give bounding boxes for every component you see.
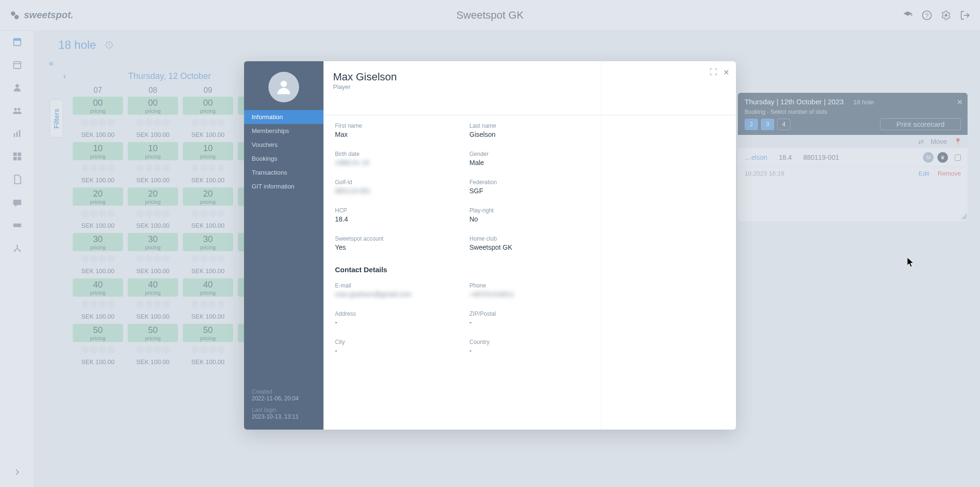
modal-content: First nameMax Last nameGiselson Birth da… [323, 61, 601, 430]
avatar [268, 72, 299, 102]
birth-label: Birth date [335, 151, 455, 157]
fed-label: Federation [469, 179, 590, 186]
avatar-icon [274, 77, 293, 97]
modal-nav-information[interactable]: Information [244, 110, 323, 124]
fed-value: SGF [469, 187, 590, 195]
birth-value: 1988-01-19 [335, 159, 455, 166]
gender-value: Male [469, 159, 590, 166]
modal-sidebar: InformationMembershipsVouchersBookingsTr… [244, 61, 323, 430]
phone-value: +46701418011 [469, 290, 590, 298]
email-label: E-mail [335, 282, 455, 289]
modal-nav-git-information[interactable]: GIT information [244, 179, 323, 193]
club-label: Home club [469, 235, 590, 242]
created-label: Created [252, 388, 316, 395]
golfid-label: Golf-Id [335, 179, 455, 186]
play-value: No [469, 215, 590, 223]
modal-nav-transactions[interactable]: Transactions [244, 166, 323, 179]
expand-modal-icon[interactable]: ⛶ [710, 68, 717, 77]
last-name-label: Last name [469, 122, 590, 129]
city-value: - [335, 347, 455, 354]
first-name-value: Max [335, 131, 455, 138]
first-name-label: First name [335, 122, 455, 129]
contact-section-title: Contact Details [335, 266, 590, 274]
acct-label: Sweetspot account [335, 235, 455, 242]
hcp-label: HCP [335, 207, 455, 214]
login-label: Last login [252, 407, 316, 413]
addr-value: - [335, 319, 455, 326]
play-label: Play-right [469, 207, 590, 214]
golfid-value: 880119-001 [335, 187, 455, 195]
email-value: max.giselson@gmail.com [335, 290, 455, 298]
country-value: - [469, 347, 590, 354]
last-name-value: Giselson [469, 131, 590, 138]
modal-nav-bookings[interactable]: Bookings [244, 152, 323, 166]
acct-value: Yes [335, 244, 455, 251]
modal-right-pane [601, 61, 735, 430]
player-name: Max Giselson [333, 71, 397, 83]
player-modal: InformationMembershipsVouchersBookingsTr… [244, 61, 736, 430]
modal-nav-memberships[interactable]: Memberships [244, 124, 323, 138]
city-label: City [335, 339, 455, 345]
phone-label: Phone [469, 282, 590, 289]
club-value: Sweetspot GK [469, 244, 590, 251]
svg-point-23 [280, 81, 287, 87]
hcp-value: 18.4 [335, 215, 455, 223]
login-value: 2023-10-13, 13:11 [252, 413, 316, 420]
player-role: Player [333, 83, 397, 90]
zip-value: - [469, 319, 590, 326]
gender-label: Gender [469, 151, 590, 157]
zip-label: ZIP/Postal [469, 310, 590, 317]
country-label: Country [469, 339, 590, 345]
addr-label: Address [335, 310, 455, 317]
created-value: 2022-11-06, 20:04 [252, 395, 316, 402]
close-modal-icon[interactable]: ✕ [723, 68, 729, 77]
modal-nav-vouchers[interactable]: Vouchers [244, 138, 323, 152]
